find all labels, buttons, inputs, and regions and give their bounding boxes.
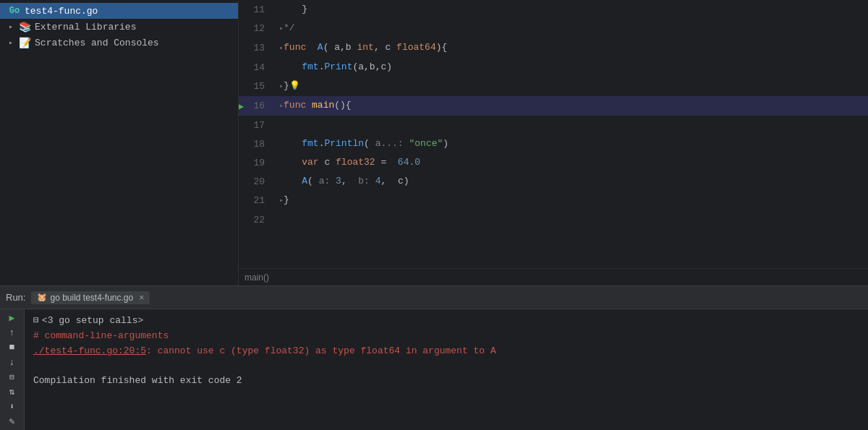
line-number-16: ▶16: [239, 96, 273, 116]
console-line: [33, 358, 859, 374]
sidebar-item-label: Scratches and Consoles: [35, 38, 159, 48]
run-tab-bar: Run: 🐹 go build test4-func.go ×: [0, 286, 868, 309]
code-line-20: 20 A( a: 3, b: 4, c): [239, 172, 868, 191]
error-file-link[interactable]: ./test4-func.go:20:5: [33, 345, 146, 356]
line-content-16: ▸func main(){: [273, 96, 868, 116]
code-line-12: 12▸*/: [239, 19, 868, 38]
line-number-14: 14: [239, 58, 273, 77]
scroll-down-button[interactable]: ↓: [3, 356, 22, 368]
run-tab[interactable]: 🐹 go build test4-func.go ×: [31, 291, 150, 304]
console-line: # command-line-arguments: [33, 329, 859, 344]
scroll-up-button[interactable]: ↑: [3, 327, 22, 338]
line-content-14: fmt.Print(a,b,c): [273, 58, 868, 77]
editor-area: 11 }12▸*/13▸func A( a,b int, c float64){…: [239, 0, 868, 285]
line-number-15: 15: [239, 77, 273, 96]
sidebar-item-scratches[interactable]: ▸ 📝 Scratches and Consoles: [0, 35, 238, 51]
sidebar-item-test4-func[interactable]: Go test4-func.go: [0, 3, 238, 19]
code-line-21: 21▸}: [239, 191, 868, 210]
code-line-15: 15▸}💡: [239, 77, 868, 96]
console-content: ▶ ↑ ■ ↓ ⊟ ⇅ ⬇ ✎ ⊟<3 go setup calls># com…: [0, 309, 868, 430]
code-line-16: ▶16▸func main(){: [239, 96, 868, 116]
run-tab-text: go build test4-func.go: [50, 293, 133, 303]
library-icon: 📚: [19, 21, 30, 33]
line-content-20: A( a: 3, b: 4, c): [273, 172, 868, 191]
console-line: ./test4-func.go:20:5: cannot use c (type…: [33, 344, 859, 359]
console-line: Compilation finished with exit code 2: [33, 374, 859, 389]
line-content-21: ▸}: [273, 191, 868, 210]
line-number-11: 11: [239, 0, 273, 19]
breadcrumb: main(): [239, 268, 868, 285]
go-gopher-icon: 🐹: [37, 293, 47, 302]
console-line: ⊟<3 go setup calls>: [33, 314, 859, 329]
line-content-11: }: [273, 0, 868, 19]
arrow-icon: ▸: [9, 38, 13, 47]
line-content-17: [273, 116, 868, 134]
bottom-panel: Run: 🐹 go build test4-func.go × ▶ ↑ ■ ↓ …: [0, 285, 868, 430]
sidebar-item-label: External Libraries: [35, 22, 136, 33]
line-number-19: 19: [239, 153, 273, 172]
line-content-15: ▸}💡: [273, 77, 868, 96]
breadcrumb-text: main(): [244, 272, 269, 283]
line-content-12: ▸*/: [273, 19, 868, 38]
go-file-icon: Go: [9, 5, 20, 17]
line-number-21: 21: [239, 191, 273, 210]
code-line-14: 14 fmt.Print(a,b,c): [239, 58, 868, 77]
line-number-17: 17: [239, 116, 273, 134]
line-number-13: 13: [239, 38, 273, 58]
line-number-22: 22: [239, 210, 273, 229]
sidebar-item-external-libraries[interactable]: ▸ 📚 External Libraries: [0, 19, 238, 35]
play-button-line-16[interactable]: ▶: [239, 100, 244, 111]
code-line-13: 13▸func A( a,b int, c float64){: [239, 38, 868, 58]
line-content-18: fmt.Println( a...: "once"): [273, 134, 868, 153]
main-area: Go test4-func.go ▸ 📚 External Libraries …: [0, 0, 868, 285]
stop-button[interactable]: ■: [3, 342, 22, 353]
scratch-icon: 📝: [19, 37, 30, 48]
run-label: Run:: [6, 292, 25, 303]
code-line-19: 19 var c float32 = 64.0: [239, 153, 868, 172]
code-line-18: 18 fmt.Println( a...: "once"): [239, 134, 868, 153]
console-toolbar: ▶ ↑ ■ ↓ ⊟ ⇅ ⬇ ✎: [0, 309, 25, 430]
line-number-18: 18: [239, 134, 273, 153]
code-line-22: 22: [239, 210, 868, 229]
sidebar-item-label: test4-func.go: [25, 6, 98, 17]
close-tab-button[interactable]: ×: [139, 293, 144, 303]
collapse-button[interactable]: ⊟: [3, 371, 22, 383]
run-button[interactable]: ▶: [3, 312, 22, 324]
sort-button[interactable]: ⇅: [3, 386, 22, 397]
line-number-12: 12: [239, 19, 273, 38]
code-table: 11 }12▸*/13▸func A( a,b int, c float64){…: [239, 0, 868, 229]
download-button[interactable]: ⬇: [3, 400, 22, 412]
lightbulb-icon[interactable]: 💡: [289, 81, 300, 91]
tree-arrow-icon[interactable]: ⊟: [33, 314, 39, 329]
arrow-icon: ▸: [9, 22, 13, 31]
sidebar: Go test4-func.go ▸ 📚 External Libraries …: [0, 0, 239, 285]
console-output: ⊟<3 go setup calls># command-line-argume…: [25, 309, 868, 430]
line-content-19: var c float32 = 64.0: [273, 153, 868, 172]
code-line-17: 17: [239, 116, 868, 134]
code-line-11: 11 }: [239, 0, 868, 19]
line-content-22: [273, 210, 868, 229]
line-number-20: 20: [239, 172, 273, 191]
code-container: 11 }12▸*/13▸func A( a,b int, c float64){…: [239, 0, 868, 268]
edit-button[interactable]: ✎: [3, 416, 22, 427]
line-content-13: ▸func A( a,b int, c float64){: [273, 38, 868, 58]
